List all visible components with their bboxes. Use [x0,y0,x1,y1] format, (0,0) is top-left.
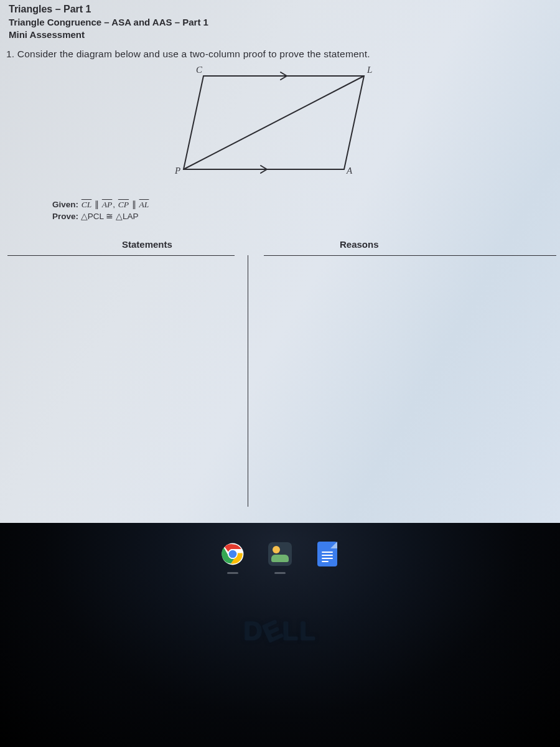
header-rule-left [7,255,235,256]
question-prompt: 1. Consider the diagram below and use a … [6,49,556,60]
taskbar-indicator [227,572,238,574]
given-seg-ap: AP [101,200,113,209]
given-label: Given: [52,200,78,209]
given-line: Given: CL ∥ AP, CP ∥ AL [52,199,556,211]
laptop-bezel: DELL [0,523,560,747]
docs-app-icon[interactable] [314,540,341,568]
two-column-proof-table: Statements Reasons [4,239,556,507]
given-seg-al: AL [139,200,150,209]
question-body: Consider the diagram below and use a two… [17,49,370,59]
worksheet-header: Triangles – Part 1 Triangle Congruence –… [9,2,556,41]
given-seg-cp: CP [118,200,129,209]
docs-icon-lines [322,552,333,564]
column-header-statements: Statements [122,239,172,250]
vertex-label-c: C [196,65,202,75]
given-rel-2: ∥ [129,200,139,209]
vertex-label-a: A [347,166,352,176]
subtitle-text: Triangle Congruence – ASA and AAS – Part… [9,16,556,29]
parallelogram-diagram: C L P A [177,65,383,183]
worksheet-page: Triangles – Part 1 Triangle Congruence –… [0,0,560,523]
given-seg-cl: CL [81,200,93,209]
svg-line-1 [184,76,364,169]
vertex-label-p: P [175,166,180,176]
given-rel-1: ∥ [92,200,101,209]
column-header-reasons: Reasons [340,239,379,250]
given-sep: , [113,200,118,209]
docs-icon [317,542,337,566]
dell-brand-logo: DELL [0,616,560,646]
prove-label: Prove: [52,212,78,221]
chrome-app-icon[interactable] [219,540,246,568]
diagram-container: C L P A [4,65,556,183]
files-app-icon[interactable] [266,540,294,568]
center-divider [248,255,248,507]
question-number: 1. [6,49,14,59]
given-prove-block: Given: CL ∥ AP, CP ∥ AL Prove: △PCL ≅ △L… [52,199,556,223]
chrome-icon [221,542,245,566]
title-text: Triangles – Part 1 [9,2,556,16]
taskbar [0,540,560,568]
header-rule-right [264,255,556,256]
taskbar-indicator [274,572,286,574]
prove-statement: △PCL ≅ △LAP [81,212,139,221]
files-icon [268,542,292,566]
vertex-label-l: L [367,65,372,75]
prove-line: Prove: △PCL ≅ △LAP [52,211,556,223]
assessment-text: Mini Assessment [9,29,556,41]
